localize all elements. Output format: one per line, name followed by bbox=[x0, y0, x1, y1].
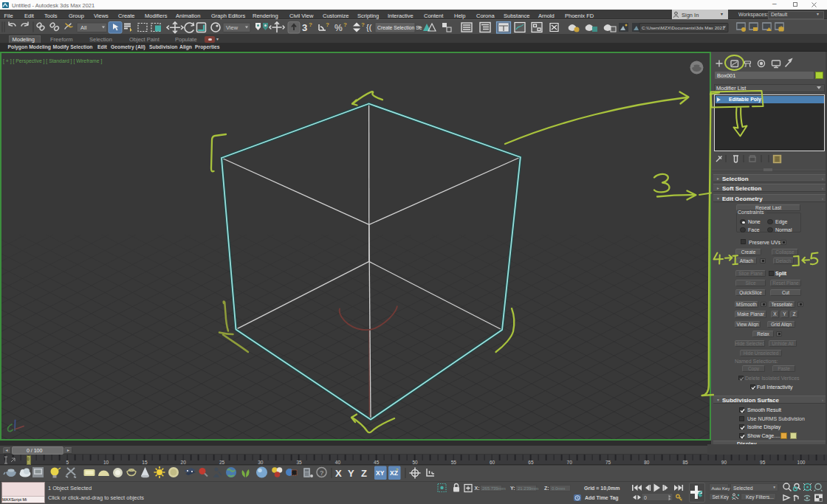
svg-text:C:\Users\MZX\Documents\3ds Max: C:\Users\MZX\Documents\3ds Max 2021 bbox=[642, 25, 725, 30]
svg-text:?: ? bbox=[326, 21, 329, 28]
svg-text:X: X bbox=[335, 468, 342, 479]
svg-text:Z: Z bbox=[361, 468, 367, 479]
svg-text:0: 0 bbox=[644, 495, 647, 500]
svg-text:XY: XY bbox=[376, 469, 385, 477]
svg-text:3: 3 bbox=[302, 22, 307, 33]
svg-text:?: ? bbox=[361, 21, 365, 28]
svg-text:?: ? bbox=[309, 21, 312, 28]
svg-text:%: % bbox=[334, 23, 343, 33]
svg-text:?: ? bbox=[343, 21, 347, 28]
svg-text:Create Selection Se: Create Selection Se bbox=[377, 25, 422, 30]
svg-text:[ + ] [ Perspective ] [ Standa: [ + ] [ Perspective ] [ Standard ] [ Wir… bbox=[3, 58, 102, 64]
svg-text:Y: Y bbox=[348, 468, 354, 479]
svg-text:?: ? bbox=[320, 469, 324, 477]
svg-text:All: All bbox=[80, 24, 87, 31]
svg-text:{(: {( bbox=[366, 23, 372, 32]
svg-text:View: View bbox=[226, 24, 239, 31]
